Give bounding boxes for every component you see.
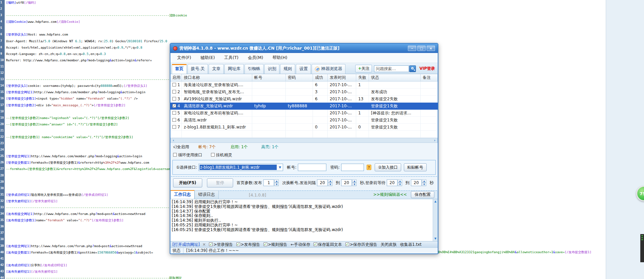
tab-item[interactable]: 引蜘蛛 xyxy=(245,64,264,74)
interface-dropdown[interactable]: z-blog1.8群发规则1.1_刺客.wzdr ▼ xyxy=(199,164,283,171)
tab-item[interactable]: 规则 xyxy=(280,64,295,74)
password-cell xyxy=(286,96,313,103)
save-config-button[interactable]: 保存配置 xyxy=(411,191,434,198)
close-skin-link[interactable]: 关闭皮肤 xyxy=(381,242,397,247)
checkbox-icon: ✓ xyxy=(345,242,349,246)
report-checkbox[interactable]: ✓>登录报告 xyxy=(209,242,233,247)
menu-item[interactable]: 帮助(H) xyxy=(268,54,292,62)
stepper-value[interactable]: 1 xyxy=(263,179,274,186)
tab-work-log[interactable]: 工作日志 xyxy=(170,190,195,199)
interval-from-stepper[interactable]: 20▲▼ xyxy=(317,179,332,186)
search-icon xyxy=(411,67,414,69)
row-checkbox[interactable]: ✓ xyxy=(172,104,176,108)
password-input[interactable] xyxy=(341,164,364,171)
editor-line-text: [登录前提交1参数2]<div id="main_messaqge_(.*?)"… xyxy=(5,103,125,110)
close-button[interactable]: × xyxy=(427,46,435,51)
editor-line-text: --[登录前提交1参数2]name="answer" id="(.*?)"[/登… xyxy=(5,122,118,129)
collector-file-link[interactable]: 收集器1.txt xyxy=(400,242,422,247)
editor-line-text: [登录前提交1参数1]<input type="hidden" name="fo… xyxy=(5,97,138,103)
start-button[interactable]: 开始(F5) xyxy=(173,178,202,187)
column-header: 接口名称 xyxy=(182,74,252,81)
menu-item[interactable]: 文件(F) xyxy=(172,54,196,62)
stepper-down-icon[interactable]: ▼ xyxy=(328,183,332,186)
menu-item[interactable]: 辅助(E) xyxy=(196,54,220,62)
menu-item[interactable]: 会员(M) xyxy=(243,54,268,62)
close-icon[interactable]: × xyxy=(202,242,206,247)
stepper-down-icon[interactable]: ▼ xyxy=(422,183,426,186)
table-row[interactable]: 2智能电视_登录有验证码_发布无...32017-10-...发布成功 xyxy=(170,89,438,96)
scroll-up-icon[interactable]: ▲ xyxy=(433,199,438,204)
line-number: 26 xyxy=(0,161,5,167)
pause-button[interactable]: 暂停 xyxy=(207,178,233,187)
help-icon[interactable]: ? xyxy=(367,165,371,170)
tab-item[interactable]: 首页 xyxy=(172,64,187,74)
editor-line-text xyxy=(5,257,6,263)
enable-all-toggle[interactable]: √/全启用 xyxy=(173,144,189,150)
row-checkbox[interactable] xyxy=(172,118,176,122)
stepper-down-icon[interactable]: ▼ xyxy=(398,183,402,186)
menu-item[interactable]: 工具(T) xyxy=(220,54,243,62)
tab-item[interactable]: 设置 xyxy=(296,64,311,74)
log-scrollbar[interactable]: ▲ ▼ xyxy=(433,199,438,241)
stepper-value[interactable]: 20 xyxy=(341,179,352,186)
tab-error-log[interactable]: 错误日志 xyxy=(195,190,219,199)
wait-to-stepper[interactable]: 20▲▼ xyxy=(411,179,426,186)
options-row: 循环使用接口挂机精灵 xyxy=(170,151,438,159)
maximize-button[interactable]: □ xyxy=(417,46,426,51)
row-checkbox[interactable] xyxy=(172,97,176,101)
row-checkbox[interactable] xyxy=(172,125,176,129)
scroll-left-icon[interactable]: ‹ xyxy=(171,138,176,143)
stepper-up-icon[interactable]: ▲ xyxy=(274,179,279,183)
stepper-up-icon[interactable]: ▲ xyxy=(328,179,332,183)
stepper-value[interactable]: 20 xyxy=(317,179,328,186)
stepper-down-icon[interactable]: ▼ xyxy=(274,183,279,186)
row-checkbox[interactable] xyxy=(172,83,176,87)
table-row[interactable]: 6高清范.wzdr2017-10-...登录提交1失败 xyxy=(170,117,438,124)
table-row[interactable]: 3AV199论坛群发_无验证码.wzdr62017-10-...13发布提交2失… xyxy=(170,96,438,103)
horizontal-scrollbar[interactable]: ‹ › xyxy=(170,138,438,143)
account-input[interactable] xyxy=(298,164,326,171)
table-row[interactable]: ✓4高清范群发_无验证码.wzdrtyhdpty8888882017-10-..… xyxy=(170,103,438,110)
option-checkbox[interactable]: 循环使用接口 xyxy=(173,152,202,158)
paste-account-button[interactable]: 粘贴帐号 xyxy=(404,163,427,171)
scroll-right-icon[interactable]: › xyxy=(432,138,437,143)
title-bar[interactable]: 营销神器4.1.0.8 - www.wzdr.cn 微赚达人.CN [用户:ri… xyxy=(170,44,438,53)
editor-line-text xyxy=(5,180,6,186)
report-checkbox[interactable]: ✓>保存历史报告 xyxy=(345,242,377,247)
stepper-value[interactable]: 20 xyxy=(411,179,422,186)
report-checkbox[interactable]: ✓>发布报告 xyxy=(236,242,260,247)
option-checkbox[interactable]: 挂机精灵 xyxy=(211,152,232,158)
report-checkbox[interactable]: ✓保存返回文本 xyxy=(314,242,342,247)
vip-login-link[interactable]: VIP登录 xyxy=(419,66,435,71)
row-checkbox[interactable] xyxy=(172,111,176,115)
table-row[interactable]: 7z-blog1.8群发规则1.1_刺客.wzdr02017-10-...0登录… xyxy=(170,124,438,131)
interval-to-stepper[interactable]: 20▲▼ xyxy=(341,179,357,186)
row-checkbox[interactable] xyxy=(172,90,176,94)
tab-item[interactable]: e神器浏览器 xyxy=(312,64,345,74)
search-input[interactable]: 问题搜索… xyxy=(374,65,409,72)
tab-item[interactable]: 网址库 xyxy=(224,64,244,74)
stepper-up-icon[interactable]: ▲ xyxy=(422,179,426,183)
open-success-url-link[interactable]: [打开成功网址] xyxy=(172,242,200,247)
follow-button[interactable]: +关注 xyxy=(355,65,372,72)
code-segment: 0.8 xyxy=(137,46,142,49)
report-checkbox[interactable]: ✓>规则报告 xyxy=(264,242,287,247)
rule-editor-link[interactable]: >>规则编辑器<< xyxy=(373,192,407,199)
stepper-value[interactable]: 20 xyxy=(387,179,397,186)
table-row[interactable]: 5家电论坛群发_发布前有验证码....2017-10-...1[神器提示: 您的… xyxy=(170,110,438,117)
scroll-down-icon[interactable]: ▼ xyxy=(433,236,438,241)
publish-count-stepper[interactable]: 1▲▼ xyxy=(263,179,279,186)
table-row[interactable]: 1海美迪论坛群发_登录有验证码....62017-10-...1 xyxy=(170,81,438,89)
stepper-up-icon[interactable]: ▲ xyxy=(352,179,357,183)
tab-item[interactable]: 识别 xyxy=(264,64,279,74)
manual-save-label[interactable]: ←手动保存 xyxy=(291,242,310,247)
stepper-up-icon[interactable]: ▲ xyxy=(398,179,402,183)
wait-from-stepper[interactable]: 20▲▼ xyxy=(387,179,402,186)
search-button[interactable] xyxy=(409,65,416,72)
tab-item[interactable]: 拨号.关 xyxy=(187,64,208,74)
tab-item[interactable]: 文章 xyxy=(209,64,224,74)
minimize-button[interactable]: – xyxy=(408,46,416,51)
add-interface-button[interactable]: ②加入接口 xyxy=(375,163,401,171)
stepper-down-icon[interactable]: ▼ xyxy=(352,183,357,186)
code-segment: action=login xyxy=(119,154,142,158)
